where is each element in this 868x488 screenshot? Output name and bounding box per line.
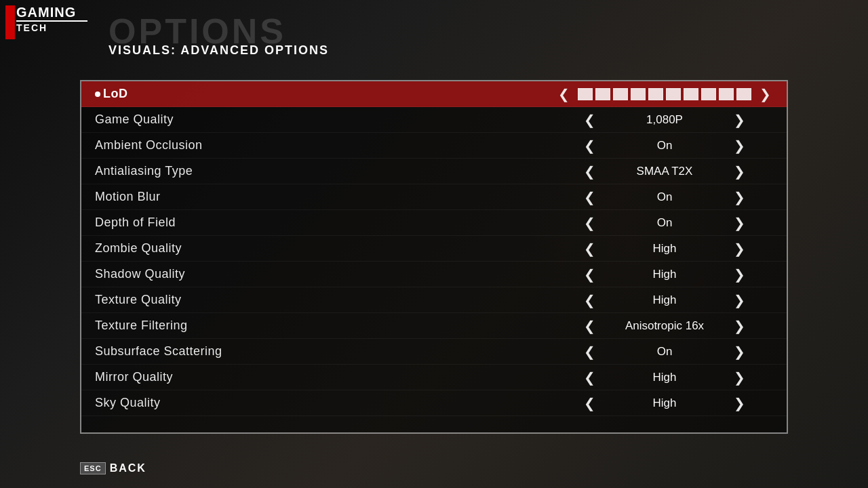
- right-arrow[interactable]: ❯: [734, 215, 745, 231]
- lod-segment: [736, 88, 751, 100]
- setting-control: ❮High❯: [556, 395, 773, 411]
- setting-row[interactable]: Sky Quality❮High❯: [81, 390, 787, 416]
- right-arrow[interactable]: ❯: [734, 241, 745, 257]
- setting-value: On: [604, 139, 726, 152]
- left-arrow[interactable]: ❮: [584, 112, 595, 128]
- setting-control: ❮On❯: [556, 344, 773, 360]
- left-arrow[interactable]: ❮: [584, 395, 595, 411]
- setting-value: On: [604, 190, 726, 204]
- logo-icon: GAMING TECH: [5, 5, 39, 39]
- setting-value: On: [604, 216, 726, 230]
- setting-name: Subsurface Scattering: [95, 344, 556, 359]
- right-arrow[interactable]: ❯: [734, 318, 745, 334]
- left-arrow[interactable]: ❮: [584, 292, 595, 308]
- sub-title: VISUALS: ADVANCED OPTIONS: [108, 43, 329, 58]
- left-arrow[interactable]: ❮: [584, 369, 595, 386]
- lod-segment: [666, 88, 681, 100]
- setting-value: Anisotropic 16x: [604, 319, 726, 333]
- logo-red-bar: [5, 5, 15, 39]
- right-arrow[interactable]: ❯: [760, 86, 771, 102]
- setting-name: Texture Filtering: [95, 319, 556, 333]
- setting-name: Sky Quality: [95, 396, 556, 410]
- setting-row[interactable]: Shadow Quality❮High❯: [81, 262, 787, 287]
- lod-bar: [578, 88, 751, 100]
- logo-text-block: GAMING TECH: [16, 5, 87, 33]
- selected-dot: [95, 92, 100, 97]
- setting-value: On: [604, 345, 726, 359]
- right-arrow[interactable]: ❯: [734, 344, 745, 360]
- right-arrow[interactable]: ❯: [734, 163, 745, 180]
- setting-value: SMAA T2X: [604, 165, 726, 178]
- left-arrow[interactable]: ❮: [584, 266, 595, 283]
- setting-control: ❮On❯: [556, 189, 773, 205]
- right-arrow[interactable]: ❯: [734, 369, 745, 386]
- right-arrow[interactable]: ❯: [734, 266, 745, 283]
- lod-segment: [578, 88, 593, 100]
- right-arrow[interactable]: ❯: [734, 189, 745, 205]
- setting-control: ❮SMAA T2X❯: [556, 163, 773, 180]
- setting-row[interactable]: Texture Filtering❮Anisotropic 16x❯: [81, 313, 787, 339]
- logo-tech-text: TECH: [16, 23, 87, 33]
- setting-name: Mirror Quality: [95, 370, 556, 384]
- setting-name: LoD: [103, 87, 556, 101]
- setting-row[interactable]: Subsurface Scattering❮On❯: [81, 339, 787, 365]
- esc-badge[interactable]: ESC: [80, 462, 106, 474]
- setting-control: ❮High❯: [556, 241, 773, 257]
- setting-value: High: [604, 242, 726, 256]
- setting-row[interactable]: Mirror Quality❮High❯: [81, 365, 787, 390]
- setting-control: ❮Anisotropic 16x❯: [556, 318, 773, 334]
- right-arrow[interactable]: ❯: [734, 395, 745, 411]
- setting-name: Zombie Quality: [95, 241, 556, 256]
- lod-segment: [631, 88, 646, 100]
- setting-name: Texture Quality: [95, 293, 556, 307]
- lod-segment: [613, 88, 628, 100]
- setting-control: ❮High❯: [556, 369, 773, 386]
- logo-divider: [16, 20, 87, 22]
- left-arrow[interactable]: ❮: [584, 189, 595, 205]
- setting-row[interactable]: Zombie Quality❮High❯: [81, 236, 787, 262]
- setting-value: High: [604, 371, 726, 384]
- setting-row[interactable]: LoD❮❯: [81, 81, 787, 107]
- setting-control: ❮On❯: [556, 138, 773, 154]
- logo-gaming-text: GAMING: [16, 5, 87, 19]
- setting-name: Motion Blur: [95, 190, 556, 204]
- lod-segment: [719, 88, 734, 100]
- lod-segment: [595, 88, 610, 100]
- left-arrow[interactable]: ❮: [584, 138, 595, 154]
- bottom-bar: ESC BACK: [80, 462, 146, 474]
- left-arrow[interactable]: ❮: [558, 86, 570, 102]
- setting-value: High: [604, 293, 726, 307]
- lod-segment: [648, 88, 663, 100]
- setting-row[interactable]: Motion Blur❮On❯: [81, 184, 787, 210]
- right-arrow[interactable]: ❯: [734, 138, 745, 154]
- setting-name: Game Quality: [95, 113, 556, 127]
- setting-value: High: [604, 396, 726, 410]
- setting-value: High: [604, 268, 726, 281]
- setting-control: ❮❯: [556, 86, 773, 102]
- left-arrow[interactable]: ❮: [584, 344, 595, 360]
- setting-name: Ambient Occlusion: [95, 138, 556, 152]
- setting-row[interactable]: Depth of Field❮On❯: [81, 210, 787, 236]
- back-label[interactable]: BACK: [110, 462, 146, 474]
- right-arrow[interactable]: ❯: [734, 292, 745, 308]
- lod-segment: [684, 88, 698, 100]
- settings-list: LoD❮❯Game Quality❮1,080P❯Ambient Occlusi…: [81, 81, 787, 432]
- left-arrow[interactable]: ❮: [584, 241, 595, 257]
- setting-control: ❮On❯: [556, 215, 773, 231]
- settings-panel: LoD❮❯Game Quality❮1,080P❯Ambient Occlusi…: [80, 80, 788, 434]
- setting-name: Depth of Field: [95, 216, 556, 230]
- right-arrow[interactable]: ❯: [734, 112, 745, 128]
- setting-row[interactable]: Texture Quality❮High❯: [81, 287, 787, 313]
- left-arrow[interactable]: ❮: [584, 215, 595, 231]
- left-arrow[interactable]: ❮: [584, 318, 595, 334]
- setting-row[interactable]: Antialiasing Type❮SMAA T2X❯: [81, 159, 787, 184]
- left-arrow[interactable]: ❮: [584, 163, 595, 180]
- setting-value: 1,080P: [604, 113, 726, 127]
- setting-row[interactable]: Game Quality❮1,080P❯: [81, 107, 787, 133]
- setting-control: ❮High❯: [556, 292, 773, 308]
- setting-control: ❮1,080P❯: [556, 112, 773, 128]
- logo: GAMING TECH: [5, 5, 42, 39]
- title-area: OPTIONS VISUALS: ADVANCED OPTIONS: [108, 14, 329, 58]
- setting-row[interactable]: Ambient Occlusion❮On❯: [81, 133, 787, 159]
- lod-segment: [701, 88, 716, 100]
